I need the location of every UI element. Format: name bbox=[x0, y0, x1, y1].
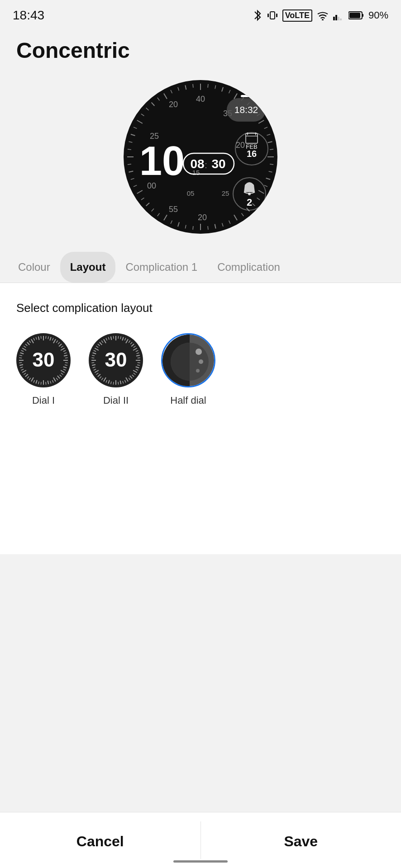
svg-text::: : bbox=[205, 160, 207, 170]
svg-text:08: 08 bbox=[190, 157, 204, 171]
svg-point-3 bbox=[322, 19, 324, 20]
svg-line-178 bbox=[137, 365, 140, 365]
svg-line-217 bbox=[106, 338, 107, 340]
svg-text:16: 16 bbox=[247, 149, 257, 159]
svg-line-29 bbox=[266, 178, 271, 179]
svg-line-67 bbox=[171, 90, 172, 93]
svg-line-110 bbox=[61, 348, 65, 350]
tab-layout[interactable]: Layout bbox=[60, 252, 116, 283]
svg-line-213 bbox=[98, 344, 100, 346]
layout-option-halfdial[interactable]: Half dial bbox=[161, 333, 215, 406]
svg-line-188 bbox=[123, 381, 124, 384]
svg-line-220 bbox=[113, 336, 114, 339]
svg-line-185 bbox=[129, 378, 130, 380]
layout-option-dial1[interactable]: 30 Dial I bbox=[16, 333, 71, 406]
svg-line-50 bbox=[141, 198, 144, 200]
svg-line-43 bbox=[185, 225, 186, 229]
svg-rect-0 bbox=[270, 12, 275, 19]
svg-line-155 bbox=[31, 339, 33, 343]
svg-line-134 bbox=[33, 380, 34, 382]
svg-line-35 bbox=[242, 213, 244, 216]
svg-line-40 bbox=[208, 226, 208, 230]
svg-line-163 bbox=[120, 336, 121, 339]
tab-colour[interactable]: Colour bbox=[8, 252, 60, 283]
svg-text:30: 30 bbox=[211, 157, 225, 171]
svg-line-199 bbox=[98, 374, 100, 377]
bottom-spacer bbox=[0, 554, 401, 645]
svg-line-141 bbox=[21, 369, 24, 370]
svg-line-33 bbox=[252, 203, 255, 206]
watch-preview-container: 40 35 20 20 25 20 55 00 15 05 25 10 08 :… bbox=[0, 71, 401, 252]
svg-line-13 bbox=[215, 85, 216, 89]
svg-line-159 bbox=[41, 336, 41, 339]
dial2-label: Dial II bbox=[103, 395, 129, 406]
svg-line-138 bbox=[25, 374, 28, 377]
watch-face[interactable]: 40 35 20 20 25 20 55 00 15 05 25 10 08 :… bbox=[124, 80, 277, 234]
status-icons: VoLTE 90% bbox=[253, 9, 388, 22]
svg-line-207 bbox=[91, 358, 94, 358]
svg-line-135 bbox=[31, 377, 33, 382]
svg-line-105 bbox=[53, 339, 56, 343]
signal-icon bbox=[333, 10, 344, 20]
bottom-bar: Cancel Save bbox=[0, 812, 401, 868]
svg-rect-5 bbox=[335, 15, 337, 20]
svg-line-169 bbox=[131, 344, 134, 346]
svg-line-153 bbox=[27, 342, 29, 345]
svg-line-152 bbox=[25, 344, 27, 346]
tab-complication2[interactable]: Complication bbox=[207, 252, 290, 283]
svg-text:05: 05 bbox=[187, 189, 195, 197]
svg-text:30: 30 bbox=[105, 349, 127, 371]
svg-line-69 bbox=[185, 85, 186, 90]
svg-line-15 bbox=[229, 90, 230, 93]
svg-line-107 bbox=[58, 342, 60, 344]
svg-line-66 bbox=[164, 94, 167, 99]
svg-line-148 bbox=[20, 353, 24, 354]
svg-line-175 bbox=[138, 358, 140, 358]
svg-line-47 bbox=[158, 213, 160, 216]
content-area: Select complication layout bbox=[0, 283, 401, 554]
svg-line-214 bbox=[100, 342, 102, 345]
svg-line-27 bbox=[270, 164, 273, 165]
svg-line-64 bbox=[152, 103, 155, 106]
halfdial-svg bbox=[162, 335, 215, 387]
svg-line-198 bbox=[100, 377, 101, 378]
svg-line-142 bbox=[20, 367, 23, 368]
svg-line-123 bbox=[57, 376, 60, 378]
svg-text:10: 10 bbox=[139, 138, 185, 184]
tab-complication1[interactable]: Complication 1 bbox=[115, 252, 207, 283]
svg-line-68 bbox=[178, 87, 179, 91]
svg-line-25 bbox=[270, 149, 273, 150]
layout-option-dial2[interactable]: 30 Dial II bbox=[89, 333, 143, 406]
cancel-button[interactable]: Cancel bbox=[0, 812, 200, 868]
svg-line-137 bbox=[27, 377, 29, 378]
svg-line-189 bbox=[120, 381, 121, 384]
svg-line-28 bbox=[269, 171, 272, 172]
svg-line-181 bbox=[133, 370, 137, 373]
svg-line-109 bbox=[61, 346, 63, 348]
svg-line-133 bbox=[36, 380, 37, 384]
svg-rect-88 bbox=[241, 95, 252, 97]
svg-line-173 bbox=[137, 353, 139, 354]
svg-line-126 bbox=[53, 380, 53, 382]
volte-icon: VoLTE bbox=[282, 9, 312, 22]
svg-line-216 bbox=[104, 339, 106, 343]
svg-line-139 bbox=[24, 373, 26, 375]
svg-line-197 bbox=[101, 378, 103, 380]
svg-line-180 bbox=[136, 369, 138, 370]
svg-line-112 bbox=[64, 353, 67, 354]
svg-line-45 bbox=[171, 221, 172, 224]
save-button[interactable]: Save bbox=[201, 812, 401, 868]
svg-line-215 bbox=[101, 340, 103, 343]
svg-line-117 bbox=[65, 365, 67, 365]
svg-line-208 bbox=[92, 355, 95, 356]
svg-line-51 bbox=[137, 190, 143, 193]
svg-line-218 bbox=[108, 337, 109, 340]
svg-text:40: 40 bbox=[196, 94, 205, 104]
svg-line-205 bbox=[91, 363, 94, 363]
svg-line-129 bbox=[46, 382, 46, 385]
bluetooth-icon bbox=[253, 9, 263, 21]
svg-line-70 bbox=[193, 84, 193, 88]
svg-line-12 bbox=[208, 84, 208, 88]
vibrate-icon bbox=[267, 10, 278, 21]
svg-line-162 bbox=[118, 336, 119, 339]
